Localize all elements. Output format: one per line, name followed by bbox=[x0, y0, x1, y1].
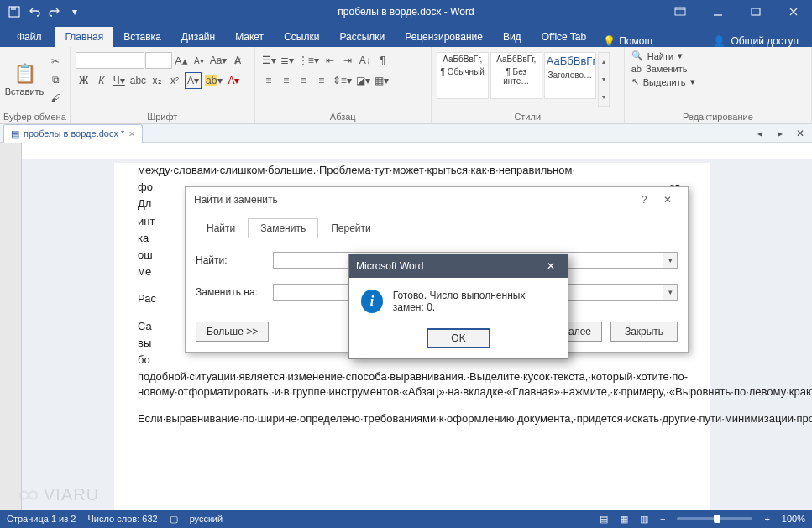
find-button[interactable]: 🔍Найти ▾ bbox=[631, 50, 804, 61]
horizontal-ruler[interactable] bbox=[22, 143, 812, 159]
show-marks-button[interactable]: ¶ bbox=[375, 52, 391, 69]
styles-expand[interactable]: ▴▾▾ bbox=[598, 52, 610, 107]
superscript-button[interactable]: x² bbox=[166, 72, 183, 89]
dialog-tab-find[interactable]: Найти bbox=[194, 218, 248, 238]
italic-button[interactable]: К bbox=[93, 72, 110, 89]
clear-formatting-icon[interactable]: A̷ bbox=[229, 52, 246, 69]
print-layout-icon[interactable]: ▦ bbox=[620, 514, 628, 525]
tab-menu[interactable]: ✕ bbox=[792, 125, 809, 142]
minimize-icon[interactable] bbox=[699, 0, 736, 24]
decrease-indent-button[interactable]: ⇤ bbox=[322, 52, 338, 69]
align-center-button[interactable]: ≡ bbox=[278, 72, 295, 89]
msgbox-titlebar[interactable]: Microsoft Word ✕ bbox=[349, 254, 568, 278]
dialog-tab-goto[interactable]: Перейти bbox=[318, 218, 384, 238]
tab-mailings[interactable]: Рассылки bbox=[329, 27, 395, 47]
window-title: пробелы в ворде.docx - Word bbox=[338, 6, 474, 18]
read-mode-icon[interactable]: ▤ bbox=[600, 514, 608, 525]
bullets-button[interactable]: ☰▾ bbox=[260, 52, 278, 69]
find-dropdown-icon[interactable]: ▾ bbox=[663, 252, 678, 269]
format-painter-icon[interactable]: 🖌 bbox=[47, 90, 64, 107]
word-count[interactable]: Число слов: 632 bbox=[87, 514, 157, 524]
ok-button[interactable]: OK bbox=[427, 328, 490, 348]
replace-label: Заменить на: bbox=[196, 286, 266, 298]
document-tab[interactable]: ▤ пробелы в ворде.docx * ✕ bbox=[3, 124, 143, 143]
align-left-button[interactable]: ≡ bbox=[260, 72, 277, 89]
tab-view[interactable]: Вид bbox=[493, 27, 532, 47]
close-button[interactable]: Закрыть bbox=[610, 322, 678, 342]
status-bar: Страница 1 из 2 Число слов: 632 ▢ русски… bbox=[0, 510, 812, 528]
zoom-in-icon[interactable]: + bbox=[764, 514, 769, 524]
font-color-button[interactable]: A▾ bbox=[225, 72, 242, 89]
save-icon[interactable] bbox=[5, 3, 24, 21]
dialog-tab-replace[interactable]: Заменить bbox=[248, 218, 318, 238]
shrink-font-icon[interactable]: A▾ bbox=[191, 52, 207, 69]
share-label: Общий доступ bbox=[731, 35, 799, 47]
text-effects-button[interactable]: A▾ bbox=[185, 72, 202, 89]
more-button[interactable]: Больше >> bbox=[196, 322, 269, 342]
msgbox-close-icon[interactable]: ✕ bbox=[541, 258, 561, 274]
copy-icon[interactable]: ⧉ bbox=[47, 71, 64, 88]
grow-font-icon[interactable]: A▴ bbox=[173, 52, 190, 69]
spellcheck-icon[interactable]: ▢ bbox=[170, 514, 178, 525]
sort-button[interactable]: A↓ bbox=[357, 52, 374, 69]
dialog-help-icon[interactable]: ? bbox=[632, 191, 656, 209]
tab-insert[interactable]: Вставка bbox=[113, 27, 171, 47]
paste-button[interactable]: 📋 Вставить bbox=[3, 49, 45, 110]
justify-button[interactable]: ≡ bbox=[313, 72, 330, 89]
borders-button[interactable]: ▦▾ bbox=[373, 72, 390, 89]
line-spacing-button[interactable]: ⇕≡▾ bbox=[331, 72, 354, 89]
close-icon[interactable] bbox=[774, 0, 812, 24]
style-normal[interactable]: АаБбВвГг,¶ Обычный bbox=[437, 52, 489, 99]
word-file-icon: ▤ bbox=[11, 128, 19, 139]
ribbon-options-icon[interactable] bbox=[661, 0, 699, 24]
page-status[interactable]: Страница 1 из 2 bbox=[7, 514, 76, 524]
highlight-button[interactable]: ab▾ bbox=[203, 72, 224, 89]
group-clipboard-label: Буфер обмена bbox=[3, 110, 66, 122]
cut-icon[interactable]: ✂ bbox=[47, 53, 64, 70]
tab-home[interactable]: Главная bbox=[55, 27, 114, 47]
bold-button[interactable]: Ж bbox=[76, 72, 92, 89]
qat-dropdown-icon[interactable]: ▾ bbox=[65, 3, 84, 21]
change-case-icon[interactable]: Aa▾ bbox=[208, 52, 229, 69]
subscript-button[interactable]: x₂ bbox=[149, 72, 165, 89]
tab-file[interactable]: Файл bbox=[3, 27, 55, 47]
strikethrough-button[interactable]: abc bbox=[128, 72, 148, 89]
web-layout-icon[interactable]: ▥ bbox=[640, 514, 648, 525]
tab-scroll-right[interactable]: ▸ bbox=[772, 125, 788, 142]
tell-me[interactable]: 💡Помощ bbox=[596, 35, 659, 47]
replace-dropdown-icon[interactable]: ▾ bbox=[663, 284, 678, 301]
tab-layout[interactable]: Макет bbox=[225, 27, 274, 47]
style-heading[interactable]: АаБбВвГг,Заголово… bbox=[544, 52, 596, 99]
style-no-spacing[interactable]: АаБбВвГг,¶ Без инте… bbox=[490, 52, 542, 99]
tab-close-icon[interactable]: ✕ bbox=[128, 129, 135, 139]
font-name-select[interactable] bbox=[76, 52, 144, 69]
tab-review[interactable]: Рецензирование bbox=[395, 27, 493, 47]
maximize-icon[interactable] bbox=[736, 0, 774, 24]
underline-button[interactable]: Ч▾ bbox=[111, 72, 128, 89]
info-icon: i bbox=[361, 290, 383, 313]
tab-officetab[interactable]: Office Tab bbox=[532, 27, 597, 47]
numbering-button[interactable]: ≣▾ bbox=[279, 52, 296, 69]
align-right-button[interactable]: ≡ bbox=[296, 72, 312, 89]
cursor-icon: ↖ bbox=[631, 76, 639, 87]
select-button[interactable]: ↖Выделить ▾ bbox=[631, 76, 804, 87]
dialog-close-icon[interactable]: ✕ bbox=[656, 191, 679, 209]
share-button[interactable]: 👤Общий доступ bbox=[703, 35, 809, 47]
quick-access-toolbar: ▾ bbox=[0, 3, 84, 21]
shading-button[interactable]: ◪▾ bbox=[354, 72, 372, 89]
zoom-slider[interactable] bbox=[677, 517, 752, 520]
language-status[interactable]: русский bbox=[190, 514, 223, 524]
tab-references[interactable]: Ссылки bbox=[274, 27, 329, 47]
font-size-select[interactable] bbox=[145, 52, 172, 69]
tab-scroll-left[interactable]: ◂ bbox=[752, 125, 768, 142]
zoom-level[interactable]: 100% bbox=[782, 514, 805, 524]
dialog-titlebar[interactable]: Найти и заменить ? ✕ bbox=[186, 187, 688, 212]
zoom-out-icon[interactable]: − bbox=[660, 514, 665, 524]
tab-design[interactable]: Дизайн bbox=[171, 27, 225, 47]
undo-icon[interactable] bbox=[25, 3, 44, 21]
redo-icon[interactable] bbox=[45, 3, 64, 21]
increase-indent-button[interactable]: ⇥ bbox=[339, 52, 356, 69]
replace-button[interactable]: abЗаменить bbox=[631, 64, 804, 74]
multilevel-button[interactable]: ⋮≡▾ bbox=[296, 52, 321, 69]
vertical-ruler[interactable] bbox=[0, 159, 22, 526]
